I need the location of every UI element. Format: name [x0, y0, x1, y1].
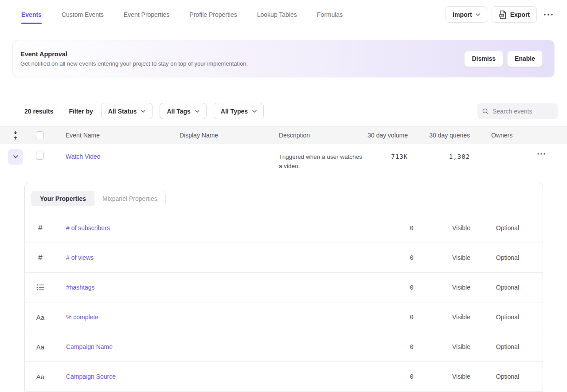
property-value: 0 — [363, 284, 414, 291]
text-type-icon: Aa — [36, 373, 44, 380]
events-table-header: Event Name Display Name Description 30 d… — [0, 126, 567, 144]
enable-button[interactable]: Enable — [507, 51, 543, 67]
dismiss-button[interactable]: Dismiss — [464, 51, 503, 67]
types-filter-dropdown[interactable]: All Types — [214, 103, 264, 119]
import-button[interactable]: Import — [446, 6, 487, 23]
property-visibility: Visible — [414, 224, 470, 231]
text-type-icon: Aa — [36, 343, 44, 351]
property-visibility: Visible — [414, 254, 470, 261]
property-row: Aa % complete 0 Visible Optional — [25, 302, 543, 332]
property-value: 0 — [363, 314, 414, 321]
property-visibility: Visible — [414, 314, 470, 321]
search-input[interactable] — [493, 108, 553, 115]
property-requirement: Optional — [470, 284, 519, 291]
import-label: Import — [453, 11, 472, 18]
properties-panel: Your Properties Mixpanel Properties # # … — [24, 182, 543, 392]
filter-toolbar: 20 results Filter by All Status All Tags… — [0, 103, 567, 119]
property-visibility: Visible — [414, 373, 470, 380]
banner-description: Get notified on all new events entering … — [20, 60, 464, 67]
property-row: # # of views 0 Visible Optional — [25, 243, 543, 273]
top-nav: Events Custom Events Event Properties Pr… — [0, 0, 567, 29]
select-all-checkbox[interactable] — [36, 131, 44, 139]
search-box — [477, 103, 558, 119]
status-filter-label: All Status — [108, 108, 137, 115]
row-more-options-button[interactable] — [535, 153, 548, 155]
chevron-down-icon — [252, 110, 257, 113]
property-name-link[interactable]: #hashtags — [66, 284, 363, 291]
property-name-link[interactable]: Campaign Name — [66, 343, 363, 350]
chevron-down-icon — [13, 155, 18, 158]
column-header-30-day-queries[interactable]: 30 day queries — [408, 132, 470, 139]
text-type-icon: Aa — [36, 314, 44, 321]
chevron-down-icon — [195, 110, 199, 113]
types-filter-label: All Types — [221, 108, 248, 115]
svg-text:CSV: CSV — [500, 14, 504, 16]
event-30-day-volume: 713K — [364, 153, 408, 160]
csv-file-icon: CSV — [499, 10, 507, 19]
property-name-link[interactable]: Campaign Source — [66, 373, 363, 380]
collapse-all-icon[interactable] — [8, 130, 23, 140]
event-name-link[interactable]: Watch Video — [66, 153, 101, 160]
event-description: Triggered when a user watches a video. — [279, 152, 364, 171]
filter-by-label: Filter by — [69, 108, 93, 115]
status-filter-dropdown[interactable]: All Status — [101, 103, 153, 119]
more-options-button[interactable] — [541, 14, 555, 16]
property-row: Aa Campaign Source 0 Visible Optional — [25, 362, 543, 392]
table-row-watch-video: Watch Video Triggered when a user watche… — [0, 144, 567, 182]
property-row: # # of subscribers 0 Visible Optional — [25, 213, 543, 243]
export-label: Export — [510, 11, 530, 18]
column-header-description[interactable]: Description — [279, 132, 364, 139]
event-30-day-queries: 1,382 — [408, 153, 470, 160]
property-name-link[interactable]: # of subscribers — [66, 224, 363, 231]
number-type-icon: # — [38, 223, 42, 232]
property-name-link[interactable]: # of views — [66, 254, 363, 261]
results-count: 20 results — [24, 108, 53, 115]
banner-text: Event Approval Get notified on all new e… — [20, 51, 464, 67]
column-header-display-name[interactable]: Display Name — [180, 132, 279, 139]
event-approval-banner: Event Approval Get notified on all new e… — [12, 40, 555, 77]
tab-formulas[interactable]: Formulas — [317, 0, 343, 29]
ellipsis-icon — [544, 14, 553, 16]
export-button[interactable]: CSV Export — [492, 6, 537, 23]
column-header-30-day-volume[interactable]: 30 day volume — [364, 132, 408, 139]
chevron-down-icon — [476, 13, 480, 16]
column-header-owners[interactable]: Owners — [491, 132, 540, 139]
property-requirement: Optional — [470, 343, 519, 350]
property-row: #hashtags 0 Visible Optional — [25, 273, 543, 302]
property-row: Aa Campaign Name 0 Visible Optional — [25, 332, 543, 362]
collapse-row-button[interactable] — [8, 149, 23, 165]
tags-filter-label: All Tags — [167, 108, 190, 115]
property-requirement: Optional — [470, 224, 519, 231]
property-value: 0 — [363, 343, 414, 350]
divider — [61, 106, 61, 116]
tab-mixpanel-properties[interactable]: Mixpanel Properties — [94, 191, 165, 206]
tab-your-properties[interactable]: Your Properties — [32, 191, 94, 206]
property-value: 0 — [363, 254, 414, 261]
properties-tabs: Your Properties Mixpanel Properties — [25, 182, 543, 213]
nav-actions: Import CSV Export — [446, 6, 555, 23]
chevron-down-icon — [141, 110, 145, 113]
property-value: 0 — [363, 373, 414, 380]
banner-actions: Dismiss Enable — [464, 51, 543, 67]
property-visibility: Visible — [414, 343, 470, 350]
nav-tabs: Events Custom Events Event Properties Pr… — [21, 0, 343, 29]
row-checkbox[interactable] — [36, 152, 44, 160]
property-requirement: Optional — [470, 373, 519, 380]
banner-title: Event Approval — [20, 51, 464, 58]
property-name-link[interactable]: % complete — [66, 314, 363, 321]
properties-segmented-control: Your Properties Mixpanel Properties — [31, 191, 166, 206]
tab-lookup-tables[interactable]: Lookup Tables — [257, 0, 297, 29]
tags-filter-dropdown[interactable]: All Tags — [160, 103, 206, 119]
tab-events[interactable]: Events — [21, 0, 42, 29]
column-header-event-name[interactable]: Event Name — [66, 132, 180, 139]
ellipsis-icon — [537, 153, 545, 155]
property-visibility: Visible — [414, 284, 470, 291]
list-type-icon — [36, 284, 44, 291]
tab-profile-properties[interactable]: Profile Properties — [189, 0, 237, 29]
property-value: 0 — [363, 224, 414, 231]
search-icon — [482, 108, 489, 115]
tab-custom-events[interactable]: Custom Events — [62, 0, 104, 29]
tab-event-properties[interactable]: Event Properties — [124, 0, 170, 29]
property-requirement: Optional — [470, 314, 519, 321]
property-requirement: Optional — [470, 254, 519, 261]
